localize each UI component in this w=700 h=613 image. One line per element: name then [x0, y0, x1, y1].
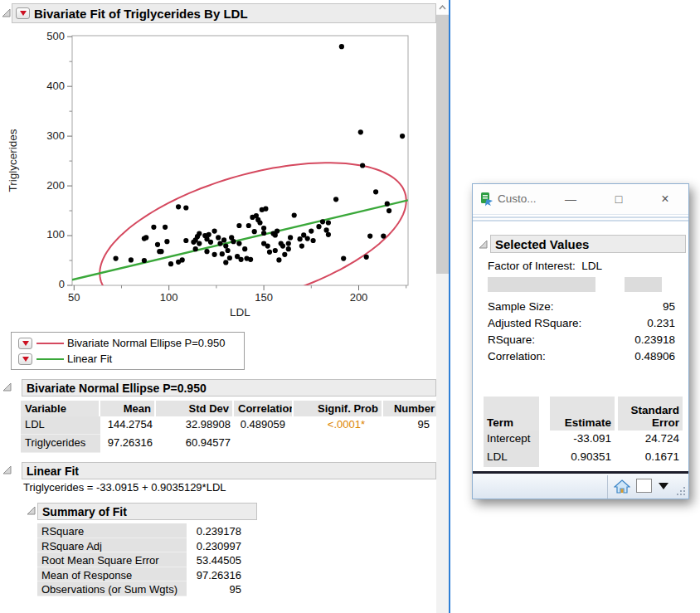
report-title: Bivariate Fit of Triglycerides By LDL — [34, 7, 248, 21]
svg-text:100: 100 — [46, 228, 65, 241]
row-value: 0.230997 — [187, 538, 245, 553]
row-label: Observations (or Sum Wgts) — [37, 581, 187, 596]
bivariate-report-panel: Bivariate Fit of Triglycerides By LDL 01… — [0, 0, 449, 613]
disclosure-icon[interactable] — [2, 465, 12, 475]
stats-list: Sample Size: 95 Adjusted RSquare: 0.231 … — [488, 298, 675, 364]
table-row: LDL 144.2754 32.98908 0.489059 <.0001* 9… — [21, 416, 438, 435]
svg-text:200: 200 — [350, 291, 368, 304]
cell-estimate: 0.90351 — [550, 449, 615, 467]
col-header: Number — [383, 401, 438, 416]
row-label: Triglycerides — [21, 435, 100, 453]
cell-estimate: -33.091 — [550, 431, 615, 449]
disclosure-icon[interactable] — [2, 382, 12, 392]
red-triangle-menu-button[interactable] — [18, 338, 32, 349]
svg-text:400: 400 — [46, 80, 65, 92]
row-label: Mean of Response — [37, 567, 187, 582]
factor-value: LDL — [581, 260, 602, 272]
svg-text:0: 0 — [59, 278, 65, 290]
jmp-journal-icon — [479, 192, 494, 207]
red-triangle-icon — [20, 11, 27, 16]
row-value: 53.44505 — [187, 552, 245, 567]
svg-text:Triglycerides: Triglycerides — [7, 129, 19, 192]
col-header: Signif. Prob — [294, 401, 383, 416]
row-label: LDL — [484, 449, 539, 467]
maximize-button[interactable]: □ — [607, 189, 630, 208]
stat-row: Sample Size: 95 — [488, 298, 675, 314]
col-header: Variable — [21, 401, 100, 416]
toolbar-strip — [473, 215, 688, 221]
col-header-term: Term — [484, 397, 539, 431]
status-bar — [473, 471, 688, 499]
stat-row: RSquare: 0.23918 — [488, 331, 675, 348]
resize-grip[interactable] — [676, 486, 686, 496]
selected-values-header[interactable]: Selected Values — [490, 235, 686, 253]
stat-value: 0.48906 — [634, 350, 675, 362]
window-border-accent — [449, 0, 450, 613]
red-triangle-icon — [22, 357, 29, 362]
placeholder-header-cell — [625, 277, 662, 292]
col-header-stderr: Standard Error — [618, 397, 683, 431]
placeholder-header-cell — [488, 277, 595, 292]
factor-of-interest: Factor of Interest: LDL — [488, 260, 602, 272]
legend-label: Bivariate Normal Ellipse P=0.950 — [67, 337, 225, 349]
close-button[interactable]: × — [654, 189, 677, 208]
summary-of-fit-header[interactable]: Summary of Fit — [37, 503, 257, 520]
vertical-scrollbar[interactable] — [436, 0, 449, 613]
stat-row: Correlation: 0.48906 — [488, 348, 675, 364]
disclosure-icon[interactable] — [479, 240, 489, 250]
scrollbar-thumb[interactable] — [436, 15, 449, 274]
ellipse-section-header[interactable]: Bivariate Normal Ellipse P=0.950 — [22, 379, 436, 397]
color-swatch-button[interactable] — [636, 479, 652, 493]
section-title: Selected Values — [495, 237, 589, 251]
section-title: Linear Fit — [27, 465, 79, 478]
cell-mean: 97.26316 — [100, 435, 156, 453]
row-label: Root Mean Square Error — [37, 552, 187, 567]
linear-fit-equation: Triglycerides = -33.0915 + 0.9035129*LDL — [23, 481, 226, 494]
table-row: LDL 0.90351 0.1671 — [484, 449, 683, 467]
row-label: RSquare — [37, 523, 187, 538]
cell-signif-prob: <.0001* — [294, 416, 383, 435]
table-row: Observations (or Sum Wgts) 95 — [37, 581, 245, 596]
stat-value: 0.231 — [647, 317, 675, 329]
cell-signif-prob — [294, 435, 383, 453]
row-label: Intercept — [484, 431, 539, 449]
window-title-bar[interactable]: Custo... — □ × — [473, 184, 688, 215]
disclosure-icon[interactable] — [2, 8, 12, 18]
cell-mean: 144.2754 — [100, 416, 156, 435]
row-value: 0.239178 — [187, 523, 245, 538]
home-icon[interactable] — [614, 479, 630, 495]
cell-stderr: 24.724 — [618, 431, 683, 449]
coefficient-table: Term Estimate Standard Error Intercept -… — [484, 397, 683, 467]
scatter-plot[interactable]: 010020030040050050100150200LDLTriglyceri… — [0, 28, 415, 324]
row-label: LDL — [21, 416, 100, 435]
table-row: Triglycerides 97.26316 60.94577 — [21, 435, 438, 453]
dropdown-arrow-icon[interactable] — [659, 483, 668, 489]
report-title-bar[interactable]: Bivariate Fit of Triglycerides By LDL — [12, 3, 436, 23]
stat-value: 0.23918 — [634, 333, 675, 346]
col-header: Correlation — [234, 401, 294, 416]
stat-label: RSquare: — [488, 333, 535, 346]
row-value: 97.26316 — [187, 567, 245, 582]
cell-stddev: 32.98908 — [156, 416, 234, 435]
window-content: Selected Values Factor of Interest: LDL … — [473, 221, 688, 471]
svg-text:500: 500 — [46, 30, 65, 42]
scroll-up-arrow[interactable] — [436, 0, 449, 14]
legend-row-ellipse: Bivariate Normal Ellipse P=0.950 — [18, 335, 244, 351]
disclosure-icon[interactable] — [27, 506, 36, 516]
table-row: RSquare 0.239178 — [37, 523, 245, 538]
cell-number: 95 — [383, 416, 438, 435]
table-header-row: Term Estimate Standard Error — [484, 397, 683, 431]
red-triangle-menu-button[interactable] — [16, 7, 30, 19]
factor-label: Factor of Interest: — [488, 260, 576, 272]
red-triangle-menu-button[interactable] — [18, 353, 32, 365]
minimize-button[interactable]: — — [559, 189, 582, 208]
legend-row-linear: Linear Fit — [18, 351, 244, 367]
cell-correlation: 0.489059 — [234, 416, 294, 435]
linear-fit-section-header[interactable]: Linear Fit — [22, 462, 436, 479]
stat-label: Sample Size: — [488, 300, 554, 313]
col-header-estimate: Estimate — [550, 397, 615, 431]
table-row: RSquare Adj 0.230997 — [37, 538, 245, 553]
stat-label: Adjusted RSquare: — [488, 317, 581, 329]
linear-fit-line-swatch — [36, 358, 64, 360]
table-row: Intercept -33.091 24.724 — [484, 431, 683, 449]
